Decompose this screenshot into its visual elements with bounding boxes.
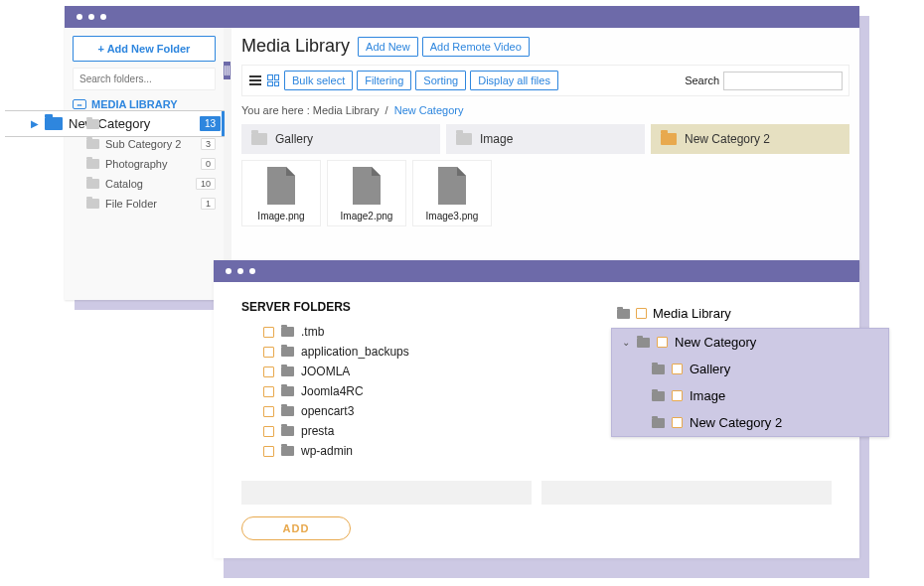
server-folder-label: .tmb <box>301 325 324 339</box>
filtering-button[interactable]: Filtering <box>357 71 411 90</box>
tree-item[interactable]: Gallery <box>612 356 888 382</box>
add-folder-button[interactable]: + Add New Folder <box>73 36 216 62</box>
folder-icon <box>652 391 665 401</box>
sidebar-item-selected[interactable]: ▶ New Category 13 <box>5 110 225 137</box>
add-remote-video-button[interactable]: Add Remote Video <box>422 37 530 57</box>
chevron-down-icon[interactable]: ⌄ <box>622 337 630 348</box>
sorting-button[interactable]: Sorting <box>415 71 466 90</box>
folder-icon <box>86 159 99 169</box>
folder-icon <box>281 347 294 357</box>
main-window: + Add New Folder ∞ MEDIA LIBRARY ▶ New C… <box>65 6 859 300</box>
window-control-icon[interactable] <box>77 14 82 20</box>
folder-icon <box>251 133 267 145</box>
library-label: MEDIA LIBRARY <box>91 98 178 110</box>
checkbox[interactable] <box>263 386 274 397</box>
add-new-button[interactable]: Add New <box>358 37 418 57</box>
tree-item[interactable]: New Category 2 <box>612 409 888 436</box>
sidebar-item[interactable]: File Folder 1 <box>73 194 216 214</box>
folder-icon <box>661 133 677 145</box>
search-input[interactable] <box>723 72 843 90</box>
file-card[interactable]: Image3.png <box>412 160 492 226</box>
folder-icon <box>281 386 294 396</box>
dialog-input[interactable] <box>241 481 532 505</box>
grid-view-icon[interactable] <box>266 73 280 87</box>
sidebar-item[interactable]: Photography 0 <box>73 154 216 174</box>
file-name: Image2.png <box>341 211 393 221</box>
tree-item-label: Gallery <box>690 362 730 376</box>
search-folders-input[interactable] <box>73 68 216 90</box>
breadcrumb-root[interactable]: Media Library <box>313 104 380 116</box>
tree-item[interactable]: Image <box>612 382 888 409</box>
file-card[interactable]: Image2.png <box>327 160 406 226</box>
folder-icon <box>281 426 294 436</box>
sidebar-library-header[interactable]: ∞ MEDIA LIBRARY <box>73 98 216 110</box>
folder-icon <box>281 366 294 376</box>
folder-card[interactable]: Image <box>446 124 645 154</box>
bulk-select-button[interactable]: Bulk select <box>284 71 353 90</box>
count-badge: 13 <box>200 116 221 131</box>
window-titlebar <box>65 6 859 28</box>
tree-panel: ⌄ New Category Gallery Image <box>611 328 889 437</box>
checkbox[interactable] <box>263 327 274 338</box>
server-folder-label: presta <box>301 424 334 438</box>
display-all-button[interactable]: Display all files <box>470 71 558 90</box>
checkbox[interactable] <box>263 366 274 377</box>
sidebar-item-label: New Category <box>69 116 150 131</box>
server-folder-label: Joomla4RC <box>301 384 364 398</box>
sidebar: + Add New Folder ∞ MEDIA LIBRARY ▶ New C… <box>65 28 224 300</box>
checkbox[interactable] <box>263 406 274 417</box>
folder-icon <box>456 133 472 145</box>
folder-card[interactable]: New Category 2 <box>651 124 849 154</box>
checkbox[interactable] <box>263 426 274 437</box>
tree-item-label: New Category <box>675 335 756 350</box>
folder-icon <box>86 119 99 129</box>
folder-card[interactable]: Gallery <box>241 124 440 154</box>
checkbox[interactable] <box>672 417 683 428</box>
sidebar-item[interactable]: Catalog 10 <box>73 174 216 194</box>
server-folder-label: JOOMLA <box>301 365 350 378</box>
checkbox[interactable] <box>672 364 683 374</box>
caret-right-icon: ▶ <box>31 118 39 129</box>
resize-handle[interactable] <box>224 62 231 79</box>
list-view-icon[interactable] <box>248 73 262 87</box>
file-icon <box>267 167 295 205</box>
tree-item[interactable]: ⌄ New Category <box>612 329 888 356</box>
count-badge: 0 <box>201 158 216 170</box>
window-control-icon[interactable] <box>100 14 106 20</box>
folder-icon <box>637 338 650 348</box>
checkbox[interactable] <box>672 390 683 401</box>
library-icon: ∞ <box>73 99 86 109</box>
file-card[interactable]: Image.png <box>241 160 321 226</box>
window-control-icon[interactable] <box>249 268 255 274</box>
folder-icon <box>281 446 294 456</box>
checkbox[interactable] <box>263 347 274 358</box>
sidebar-item-label: Photography <box>105 158 167 170</box>
folder-icon <box>86 199 99 209</box>
tree-item[interactable]: Media Library <box>611 303 889 324</box>
dialog-input[interactable] <box>541 481 832 505</box>
window-control-icon[interactable] <box>88 14 94 20</box>
count-badge: 3 <box>201 138 216 150</box>
checkbox[interactable] <box>263 446 274 457</box>
sidebar-item[interactable]: Sub Category 2 3 <box>73 134 216 154</box>
folder-label: New Category 2 <box>685 132 770 146</box>
server-folder-item[interactable]: wp-admin <box>241 441 832 461</box>
file-icon <box>438 167 466 205</box>
sidebar-item-label: Catalog <box>105 178 143 190</box>
add-button[interactable]: ADD <box>241 516 351 540</box>
destination-tree: Media Library ⌄ New Category Gallery <box>611 303 889 437</box>
toolbar: Bulk select Filtering Sorting Display al… <box>241 65 849 96</box>
tree-item-label: Image <box>690 388 725 403</box>
folder-icon <box>45 117 63 130</box>
server-folder-label: opencart3 <box>301 404 354 418</box>
window-control-icon[interactable] <box>237 268 243 274</box>
tree-item-label: New Category 2 <box>690 415 782 430</box>
checkbox[interactable] <box>636 308 647 319</box>
folder-icon <box>281 327 294 337</box>
folder-icon <box>86 139 99 149</box>
server-folder-label: application_backups <box>301 345 409 359</box>
server-folders-dialog: SERVER FOLDERS .tmb application_backups … <box>214 260 859 558</box>
checkbox[interactable] <box>657 337 668 348</box>
window-control-icon[interactable] <box>226 268 231 274</box>
page-title: Media Library <box>241 36 350 57</box>
